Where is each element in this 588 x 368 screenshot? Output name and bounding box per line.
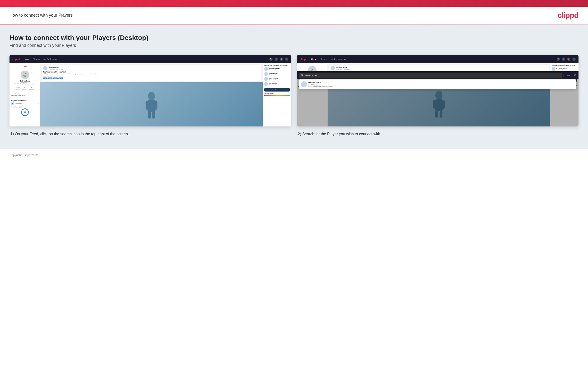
left-panel-1: Feed ⛳ Blair McHarg Golf Coach Mill Ride… [9,63,40,127]
player-list-item-1: Piers Parnell Activities: 4 [264,72,290,76]
quality-score: 84 [21,108,29,116]
nav-link-home[interactable]: Home [24,58,29,60]
caption-1: 1) On your Feed, click on the search ico… [9,131,291,137]
search-result-club: Cypress Point Club, United Kingdom [308,85,333,87]
heatmap-label: Team Heatmap [264,93,290,94]
profile-avatar: ⛳ [21,71,29,79]
nav-link-teams-2[interactable]: Teams [321,58,327,60]
activity-user-name: Richard Butler [49,67,63,68]
activities-count: 129 [16,87,20,89]
team-dashboard-button[interactable]: Team Dashboard [264,88,290,92]
player-avatar-2 [264,77,268,81]
search-result-handicap: 1.5 Handicap [308,84,333,85]
player-act-1: Activities: 4 [269,74,278,76]
screenshot-frame-2: clippd Home Teams My Performance 🔍 👤 ⚙ 👤 [297,55,579,127]
app-nav-logo-2: clippd [300,58,307,61]
player-act-3: Activities: 1 [269,84,277,86]
tag-arg: ARG [53,77,58,79]
player-act-r0: Activities: 7 [556,69,567,71]
nav-link-myperformance-2[interactable]: My Performance [331,58,346,60]
player-list-item-3: Eli Vincent Activities: 1 [264,82,290,86]
followers-count: 3 [22,87,27,89]
player-name-0: Richard Butler [269,67,280,69]
chevron-down-icon[interactable]: ▾ [38,103,39,105]
player-list-item-r0: Richard Butler Activities: 7 [552,67,577,71]
activity-title: Pre Tournament Course Walk [43,71,260,73]
logo: clippd [558,11,579,20]
following-label: Following [29,89,34,90]
hero-subheading: Find and connect with your Players [9,43,579,48]
app-nav-icons-2: 🔍 👤 ⚙ 👤 [557,57,576,61]
divider-1 [11,92,39,92]
search-text: Marcus Turner [305,74,317,77]
most-active-label: Most Active Players - Last 30 days [264,65,290,66]
activity-desc: Walking the course with my coach to buil… [43,73,260,75]
search-input-mock[interactable]: 🔍 Marcus Turner [299,73,562,78]
avatar-icon[interactable]: 👤 [285,57,288,61]
quality-label: Total Player Quality [11,106,23,108]
activity-location: Yesterday · The Grove [49,68,63,70]
svg-rect-1 [148,100,156,112]
activity-location-2: Yesterday · The Grove [336,68,350,70]
svg-rect-2 [146,101,149,110]
activity-card: Richard Butler Yesterday · The Grove Pre… [42,65,261,81]
tag-putt: PUTT [58,77,63,79]
avatar-icon-2[interactable]: 👤 [572,57,576,61]
activity-user-name-2: Richard Butler [336,67,350,68]
player-performance-label: Player Performance [11,100,26,101]
player-name-2: Hiral Pujara [269,77,278,79]
screenshot-block-1: clippd Home Teams My Performance 🔍 👤 ⚙ 👤… [9,55,291,137]
activity-duration: 02 hr : 00 min [43,75,260,77]
nav-link-home-2[interactable]: Home [311,58,317,60]
right-panel-1: Most Active Players - Last 30 days Richa… [263,63,291,127]
svg-point-0 [148,92,155,100]
search-magnifier-icon: 🔍 [301,74,304,77]
search-dropdown: Marcus Turner 1.5 Handicap Cypress Point… [299,79,576,89]
settings-icon[interactable]: ⚙ [280,57,283,61]
app-body-2: ⛳ Blair McHarg Golf Coach 129 Activities… [297,63,579,127]
app-nav-2: clippd Home Teams My Performance 🔍 👤 ⚙ 👤 [297,55,579,63]
player-perf-row: 👤 Eli Vincent ▾ [11,102,39,105]
most-active-label-2: Most Active Players - Last 30 days [552,65,577,66]
profile-name: Blair McHarg [20,80,30,82]
player-avatar-3 [264,82,268,86]
search-result-item[interactable]: Marcus Turner 1.5 Handicap Cypress Point… [301,81,574,87]
player-mini-avatar: 👤 [11,102,14,105]
player-act-0: Activities: 7 [269,69,280,71]
player-mini-name: Eli Vincent [15,103,22,104]
feed-tab[interactable]: Feed [20,65,29,69]
svg-rect-4 [148,111,151,119]
nav-link-teams[interactable]: Teams [33,58,40,60]
app-nav-1: clippd Home Teams My Performance 🔍 👤 ⚙ 👤 [9,55,291,63]
app-nav-logo-1: clippd [12,58,20,61]
player-list-item-0: Richard Butler Activities: 7 [264,67,290,71]
header: How to connect with your Players clippd [0,7,588,24]
screenshot-frame-1: clippd Home Teams My Performance 🔍 👤 ⚙ 👤… [9,55,291,127]
center-panel-1: Richard Butler Yesterday · The Grove Pre… [40,63,263,127]
player-name-1: Piers Parnell [269,73,278,74]
app-body-1: Feed ⛳ Blair McHarg Golf Coach Mill Ride… [9,63,291,127]
clear-button[interactable]: CLEAR [563,74,572,77]
tag-row: OTT APP ARG PUTT [43,77,260,79]
svg-rect-5 [152,111,155,119]
person-icon[interactable]: 👤 [274,57,278,61]
screenshot-block-2: clippd Home Teams My Performance 🔍 👤 ⚙ 👤 [297,55,579,137]
footer: Copyright Clippd 2022 [0,149,588,162]
golfer-image [40,82,263,127]
main-content: How to connect with your Players (Deskto… [0,25,588,149]
settings-icon-2[interactable]: ⚙ [567,57,570,61]
activity-avatar-2 [331,66,335,70]
screenshots-row: clippd Home Teams My Performance 🔍 👤 ⚙ 👤… [9,55,579,137]
player-name-r0: Richard Butler [556,67,567,69]
search-icon[interactable]: 🔍 [269,57,273,61]
copyright-text: Copyright Clippd 2022 [9,154,38,157]
search-icon-2[interactable]: 🔍 [557,57,560,61]
tag-app: APP [48,77,53,79]
person-icon-2[interactable]: 👤 [562,57,565,61]
page-title: How to connect with your Players [9,13,73,18]
following-count: 4 [29,87,34,89]
svg-rect-3 [155,101,158,110]
close-icon[interactable]: ✕ [574,74,576,77]
nav-link-myperformance[interactable]: My Performance [44,58,59,60]
app-nav-icons: 🔍 👤 ⚙ 👤 [269,57,288,61]
